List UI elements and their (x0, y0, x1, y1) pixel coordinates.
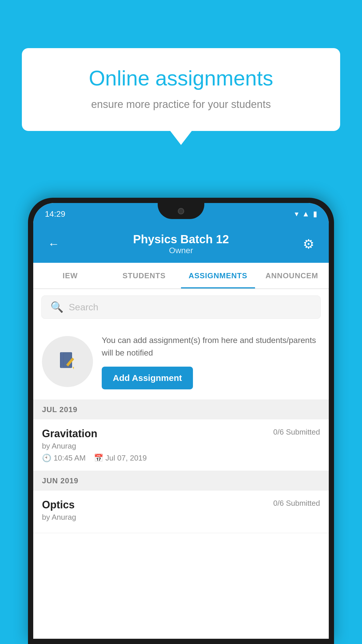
svg-rect-2 (62, 353, 63, 368)
notch-bump (158, 203, 204, 219)
meta-date: 📅 Jul 07, 2019 (94, 454, 147, 463)
promo-icon-circle (42, 336, 93, 387)
assignment-by-gravitation: by Anurag (42, 442, 320, 451)
assignment-top-row: Gravitation 0/6 Submitted (42, 428, 320, 440)
assignment-item-gravitation[interactable]: Gravitation 0/6 Submitted by Anurag 🕙 10… (33, 419, 329, 471)
tab-iew[interactable]: IEW (33, 263, 107, 288)
meta-time: 🕙 10:45 AM (42, 454, 86, 463)
assignment-by-optics: by Anurag (42, 513, 320, 522)
search-icon: 🔍 (50, 301, 64, 313)
phone-screen: 14:29 ▾ ▲ ▮ ← Physics Batch 12 Owner ⚙ I… (33, 203, 329, 639)
section-header-jul: JUL 2019 (33, 400, 329, 419)
svg-marker-5 (72, 366, 75, 370)
assignment-title-optics: Optics (42, 499, 75, 511)
signal-icon: ▲ (302, 209, 310, 218)
tab-announcements[interactable]: ANNOUNCEM (255, 263, 329, 288)
assignment-meta-gravitation: 🕙 10:45 AM 📅 Jul 07, 2019 (42, 454, 320, 463)
speech-bubble: Online assignments ensure more practice … (22, 48, 340, 131)
tab-students[interactable]: STUDENTS (107, 263, 181, 288)
bubble-title: Online assignments (42, 66, 320, 91)
status-bar: 14:29 ▾ ▲ ▮ (33, 203, 329, 225)
notebook-svg-icon (57, 351, 78, 372)
header-subtitle: Owner (133, 246, 229, 255)
assignment-top-row-optics: Optics 0/6 Submitted (42, 499, 320, 511)
tabs-row: IEW STUDENTS ASSIGNMENTS ANNOUNCEM (33, 263, 329, 289)
submitted-badge-optics: 0/6 Submitted (273, 499, 320, 508)
section-header-jun: JUN 2019 (33, 471, 329, 491)
submitted-badge-gravitation: 0/6 Submitted (273, 428, 320, 437)
search-placeholder: Search (69, 302, 98, 313)
status-icons: ▾ ▲ ▮ (295, 209, 317, 218)
back-button[interactable]: ← (45, 237, 62, 251)
add-assignment-button[interactable]: Add Assignment (102, 367, 193, 389)
calendar-icon: 📅 (94, 454, 103, 463)
promo-card: You can add assignment(s) from here and … (33, 325, 329, 400)
camera-dot (178, 208, 184, 214)
header-center: Physics Batch 12 Owner (133, 233, 229, 255)
app-header: ← Physics Batch 12 Owner ⚙ (33, 225, 329, 263)
search-bar-container: 🔍 Search (33, 289, 329, 325)
bubble-subtitle: ensure more practice for your students (42, 97, 320, 112)
clock-icon: 🕙 (42, 454, 51, 463)
assignment-title-gravitation: Gravitation (42, 428, 97, 440)
assignment-item-optics[interactable]: Optics 0/6 Submitted by Anurag (33, 491, 329, 533)
promo-right: You can add assignment(s) from here and … (102, 334, 320, 389)
settings-icon[interactable]: ⚙ (300, 237, 317, 251)
search-bar[interactable]: 🔍 Search (41, 295, 321, 319)
header-title: Physics Batch 12 (133, 233, 229, 246)
phone-frame: 14:29 ▾ ▲ ▮ ← Physics Batch 12 Owner ⚙ I… (28, 198, 334, 644)
assignment-date: Jul 07, 2019 (106, 454, 147, 463)
status-time: 14:29 (45, 209, 65, 219)
wifi-icon: ▾ (295, 209, 298, 218)
promo-description: You can add assignment(s) from here and … (102, 334, 320, 359)
assignment-time: 10:45 AM (54, 454, 86, 463)
speech-bubble-container: Online assignments ensure more practice … (22, 48, 340, 131)
battery-icon: ▮ (313, 209, 317, 218)
tab-assignments[interactable]: ASSIGNMENTS (181, 263, 255, 288)
